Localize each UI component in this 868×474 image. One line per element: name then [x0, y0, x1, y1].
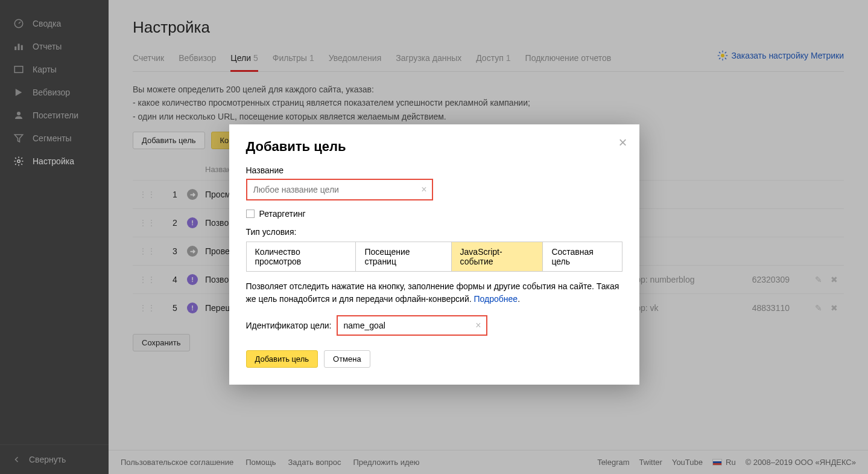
close-icon[interactable]: ×	[618, 135, 627, 150]
goal-name-input[interactable]	[247, 180, 432, 199]
cond-tab-js[interactable]: JavaScript-событие	[452, 242, 543, 271]
condition-description: Позволяет отследить нажатие на кнопку, з…	[246, 280, 622, 306]
goal-id-input[interactable]	[338, 316, 486, 335]
condition-tabs: Количество просмотров Посещение страниц …	[246, 242, 622, 272]
goal-id-label: Идентификатор цели:	[246, 321, 332, 330]
cond-tab-pages[interactable]: Посещение страниц	[356, 242, 451, 271]
cond-tab-views[interactable]: Количество просмотров	[247, 242, 356, 271]
name-label: Название	[246, 165, 622, 175]
cond-tab-composite[interactable]: Составная цель	[543, 242, 621, 271]
retargeting-checkbox[interactable]	[246, 210, 255, 218]
learn-more-link[interactable]: Подробнее	[474, 294, 518, 304]
retargeting-label: Ретаргетинг	[259, 209, 306, 219]
modal-overlay[interactable]: × Добавить цель Название × Ретаргетинг Т…	[0, 0, 868, 474]
clear-icon[interactable]: ×	[475, 320, 481, 331]
modal-cancel-button[interactable]: Отмена	[324, 350, 370, 368]
clear-icon[interactable]: ×	[421, 184, 426, 195]
modal-submit-button[interactable]: Добавить цель	[246, 350, 318, 368]
add-goal-modal: × Добавить цель Название × Ретаргетинг Т…	[229, 124, 639, 385]
condition-type-label: Тип условия:	[246, 227, 622, 237]
modal-title: Добавить цель	[246, 139, 622, 155]
